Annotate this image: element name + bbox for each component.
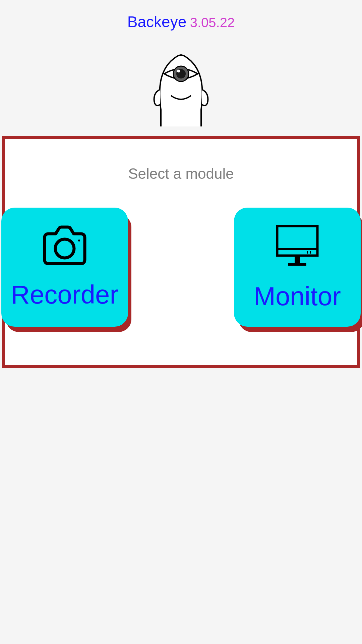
app-logo-icon	[139, 51, 223, 133]
svg-point-2	[177, 70, 180, 72]
recorder-label: Recorder	[11, 279, 119, 310]
app-version: 3.05.22	[190, 15, 235, 30]
svg-point-4	[78, 239, 80, 241]
logo-container	[0, 51, 362, 133]
svg-rect-9	[295, 256, 300, 263]
panel-title: Select a module	[5, 165, 357, 182]
svg-rect-8	[310, 251, 311, 254]
monitor-label: Monitor	[254, 281, 341, 312]
svg-point-3	[55, 239, 74, 258]
camera-icon	[40, 224, 90, 269]
svg-rect-5	[277, 226, 317, 256]
app-name: Backeye	[127, 13, 186, 31]
svg-rect-7	[307, 251, 308, 254]
recorder-button[interactable]: Recorder	[1, 208, 128, 327]
monitor-icon	[272, 223, 322, 271]
app-header: Backeye 3.05.22	[0, 0, 362, 31]
module-selection-panel: Select a module Recorder	[2, 136, 360, 368]
svg-rect-10	[288, 263, 306, 266]
module-buttons-row: Recorder Monitor	[1, 208, 361, 327]
monitor-button[interactable]: Monitor	[234, 208, 361, 327]
